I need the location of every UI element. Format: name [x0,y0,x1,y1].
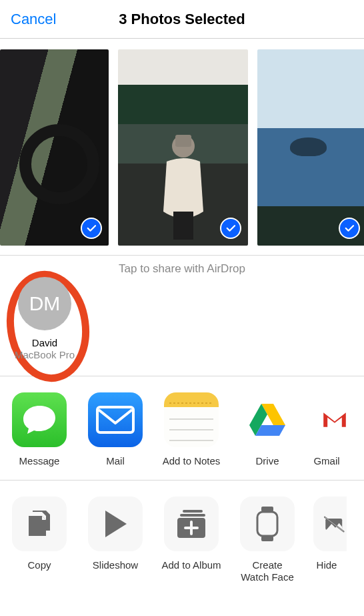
app-drive[interactable]: Drive [237,392,297,467]
app-label: Mail [85,455,145,467]
svg-rect-4 [97,407,133,432]
watch-icon [240,497,295,551]
photo-thumb-3[interactable] [257,49,364,246]
airdrop-targets-row: DM David MacBook Pro [0,277,364,361]
share-actions-row: Copy Slideshow Add to Album Cr [0,481,364,583]
hide-icon [313,497,347,551]
selected-check-icon [81,218,102,239]
svg-marker-14 [105,511,127,537]
svg-rect-16 [180,514,205,517]
app-label: Message [9,455,69,467]
copy-icon [12,497,67,551]
app-notes[interactable]: Add to Notes [161,392,221,467]
share-apps-row: Message Mail Add to Notes [0,376,364,481]
person-graphic [153,131,213,240]
airdrop-target-david-macbook[interactable]: DM David MacBook Pro [8,277,81,361]
island-graphic [290,137,327,156]
action-create-watch-face[interactable]: Create Watch Face [237,497,297,583]
action-label: Copy [9,559,69,571]
selected-photos-row [0,39,364,256]
action-label: Hide [313,559,340,571]
airdrop-target-device: MacBook Pro [8,349,81,361]
svg-rect-22 [257,512,277,536]
app-gmail[interactable]: Gmail [313,392,340,467]
message-icon [12,392,67,447]
page-title: 3 Photos Selected [119,11,245,28]
svg-rect-2 [173,212,193,240]
cancel-button[interactable]: Cancel [11,11,56,28]
selected-check-icon [220,218,241,239]
photo-thumb-2[interactable] [118,49,248,246]
svg-rect-5 [164,392,219,407]
action-label: Add to Album [161,559,221,571]
drive-icon [240,392,295,447]
app-label: Drive [237,455,297,467]
action-hide[interactable]: Hide [313,497,340,583]
action-label: Slideshow [85,559,145,571]
airdrop-avatar: DM [18,277,71,330]
play-icon [88,497,143,551]
action-add-to-album[interactable]: Add to Album [161,497,221,583]
action-slideshow[interactable]: Slideshow [85,497,145,583]
gmail-icon [313,392,347,447]
action-copy[interactable]: Copy [9,497,69,583]
photo-thumb-1[interactable] [0,49,109,246]
airdrop-section: Tap to share with AirDrop DM David MacBo… [0,256,364,376]
steering-wheel-graphic [19,124,99,204]
add-album-icon [164,497,219,551]
app-label: Add to Notes [161,455,221,467]
app-message[interactable]: Message [9,392,69,467]
action-label: Create Watch Face [237,559,297,583]
mail-icon [88,392,143,447]
airdrop-target-name: David [8,337,81,349]
app-mail[interactable]: Mail [85,392,145,467]
share-sheet-header: Cancel 3 Photos Selected [0,0,364,39]
selected-check-icon [339,218,360,239]
airdrop-hint: Tap to share with AirDrop [0,256,364,277]
svg-rect-15 [183,510,203,513]
svg-rect-1 [175,135,191,147]
app-label: Gmail [313,455,340,467]
notes-icon [164,392,219,447]
